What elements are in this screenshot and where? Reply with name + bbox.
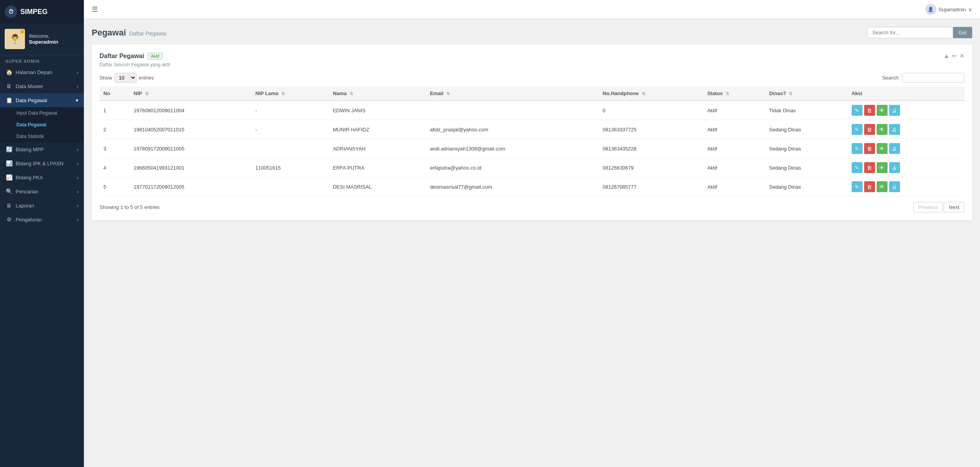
edit-button[interactable]: ✎ — [852, 181, 863, 192]
print-button[interactable]: 🖨 — [889, 143, 900, 154]
col-nip: NIP ⇅ — [130, 87, 252, 101]
col-nama: Nama ⇅ — [329, 87, 426, 101]
sort-nama-icon[interactable]: ⇅ — [350, 91, 353, 96]
cell-dinas: Tidak Dinas — [765, 101, 847, 120]
cell-status: Aktif — [703, 139, 765, 158]
show-label: Show — [99, 75, 112, 81]
table-controls: Show 10 25 50 100 entries Search: — [99, 73, 964, 83]
cell-no-hp: 081267085777 — [599, 177, 703, 196]
nav-label-bidang-mpp: Bidang MPP — [16, 147, 44, 152]
user-greeting: Welcome, — [29, 34, 58, 39]
sidebar-item-input-data-pegawai[interactable]: Input Data Pegawai — [0, 107, 84, 119]
card-close-button[interactable]: ✕ — [959, 52, 964, 60]
col-aksi: Aksi — [848, 87, 964, 101]
print-button[interactable]: 🖨 — [889, 124, 900, 135]
cell-no-hp: 0 — [599, 101, 703, 120]
sort-status-icon[interactable]: ⇅ — [726, 91, 729, 96]
page-title-area: Pegawai Daftar Pegawai — [92, 28, 167, 38]
sidebar-item-data-pegawai[interactable]: 📋 Data Pegawai ▾ — [0, 93, 84, 107]
col-dinas: Dinas? ⇅ — [765, 87, 847, 101]
avatar-badge — [20, 30, 24, 34]
sidebar-item-data-statistik[interactable]: Data Statistik — [0, 131, 84, 142]
action-buttons: ✎ 🗑 👁 🖨 — [852, 181, 960, 192]
sidebar-item-laporan[interactable]: 🖥 Laporan › — [0, 198, 84, 212]
cell-dinas: Sedang Dinas — [765, 177, 847, 196]
sort-hp-icon[interactable]: ⇅ — [642, 91, 645, 96]
main-card: Daftar Pegawai Aktif ▲ ✏ ✕ Daftar Seluru… — [92, 44, 972, 220]
sort-nip-lama-icon[interactable]: ⇅ — [281, 91, 285, 96]
edit-button[interactable]: ✎ — [852, 162, 863, 173]
app-name: SIMPEG — [20, 8, 48, 16]
cell-email: erfaputra@yahoo.co.id — [426, 158, 599, 177]
cell-dinas: Sedang Dinas — [765, 120, 847, 139]
entries-select[interactable]: 10 25 50 100 — [115, 73, 137, 83]
edit-button[interactable]: ✎ — [852, 143, 863, 154]
sidebar-item-pencarian[interactable]: 🔍 Pencarian › — [0, 184, 84, 198]
card-collapse-button[interactable]: ▲ — [943, 52, 950, 60]
edit-button[interactable]: ✎ — [852, 105, 863, 116]
cell-no-hp: 081363337725 — [599, 120, 703, 139]
view-button[interactable]: 👁 — [877, 124, 888, 135]
sort-dinas-icon[interactable]: ⇅ — [789, 91, 792, 96]
print-button[interactable]: 🖨 — [889, 181, 900, 192]
nav-sub-data-pegawai: Input Data Pegawai Data Pegawai Data Sta… — [0, 107, 84, 142]
sidebar-header: ⏱ SIMPEG — [0, 0, 84, 23]
cell-nip-lama: - — [252, 120, 329, 139]
topbar-left: ☰ — [92, 5, 98, 14]
sidebar-item-data-master[interactable]: 🖥 Data Master › — [0, 79, 84, 93]
pagination-info: Showing 1 to 5 of 5 entries — [99, 204, 160, 210]
hamburger-button[interactable]: ☰ — [92, 5, 98, 14]
card-badge: Aktif — [147, 53, 163, 60]
page-subtitle: Daftar Pegawai — [129, 30, 167, 37]
sort-email-icon[interactable]: ⇅ — [446, 91, 450, 96]
view-button[interactable]: 👁 — [877, 143, 888, 154]
view-button[interactable]: 👁 — [877, 162, 888, 173]
nav-label-halaman-depan: Halaman Depan — [16, 69, 52, 75]
view-button[interactable]: 👁 — [877, 181, 888, 192]
sidebar-item-bidang-pka[interactable]: 📈 Bidang PKA › — [0, 170, 84, 184]
edit-button[interactable]: ✎ — [852, 124, 863, 135]
print-button[interactable]: 🖨 — [889, 162, 900, 173]
view-button[interactable]: 👁 — [877, 105, 888, 116]
topbar: ☰ 👤 Superadmin ∨ — [84, 0, 980, 19]
delete-button[interactable]: 🗑 — [864, 181, 875, 192]
delete-button[interactable]: 🗑 — [864, 162, 875, 173]
sidebar-item-halaman-depan[interactable]: 🏠 Halaman Depan › — [0, 65, 84, 79]
cell-nama: EDWIN JANIS — [329, 101, 426, 120]
cell-nama: ERFA PUTRA — [329, 158, 426, 177]
cell-aksi: ✎ 🗑 👁 🖨 — [848, 158, 964, 177]
previous-button[interactable]: Previous — [913, 202, 943, 212]
next-button[interactable]: Next — [944, 202, 964, 212]
nav-label-bidang-pka: Bidang PKA — [16, 175, 43, 180]
delete-button[interactable]: 🗑 — [864, 124, 875, 135]
search-icon: 🔍 — [5, 188, 12, 195]
card-actions: ▲ ✏ ✕ — [943, 52, 964, 60]
cell-nama: ADRIANSYAH — [329, 139, 426, 158]
table-search: Search: — [882, 73, 964, 83]
cell-nama: MUNIR HAFIDZ — [329, 120, 426, 139]
sidebar-item-pengaturan[interactable]: ⚙ Pengaturan › — [0, 212, 84, 226]
delete-button[interactable]: 🗑 — [864, 143, 875, 154]
topbar-right: 👤 Superadmin ∨ — [925, 4, 972, 15]
cell-email: desimasrisal77@gmail.com — [426, 177, 599, 196]
topbar-user[interactable]: 👤 Superadmin ∨ — [925, 4, 972, 15]
table-row: 5 197701172009012005 DESI MASRISAL desim… — [99, 177, 964, 196]
cell-nip: 197701172009012005 — [130, 177, 252, 196]
top-search-input[interactable] — [867, 27, 953, 38]
card-description: Daftar Seluruh Pegawai yang aktif — [99, 62, 964, 67]
cell-no-hp: 08126630679 — [599, 158, 703, 177]
col-email: Email ⇅ — [426, 87, 599, 101]
sidebar-item-data-pegawai-sub[interactable]: Data Pegawai — [0, 119, 84, 131]
print-button[interactable]: 🖨 — [889, 105, 900, 116]
sidebar-item-bidang-ipk[interactable]: 📊 Bidang IPK & LPASN › — [0, 156, 84, 170]
sort-nip-icon[interactable]: ⇅ — [145, 91, 149, 96]
sidebar-item-bidang-mpp[interactable]: 🔄 Bidang MPP › — [0, 142, 84, 156]
chevron-icon: › — [77, 69, 78, 75]
card-edit-button[interactable]: ✏ — [952, 52, 957, 60]
top-search-button[interactable]: Go! — [953, 27, 972, 38]
table-row: 4 196605041993121001 110051615 ERFA PUTR… — [99, 158, 964, 177]
table-search-input[interactable] — [902, 73, 964, 83]
sidebar-user: 👨‍💼 Welcome, Superadmin — [0, 23, 84, 55]
delete-button[interactable]: 🗑 — [864, 105, 875, 116]
card-title: Daftar Pegawai — [99, 53, 144, 60]
